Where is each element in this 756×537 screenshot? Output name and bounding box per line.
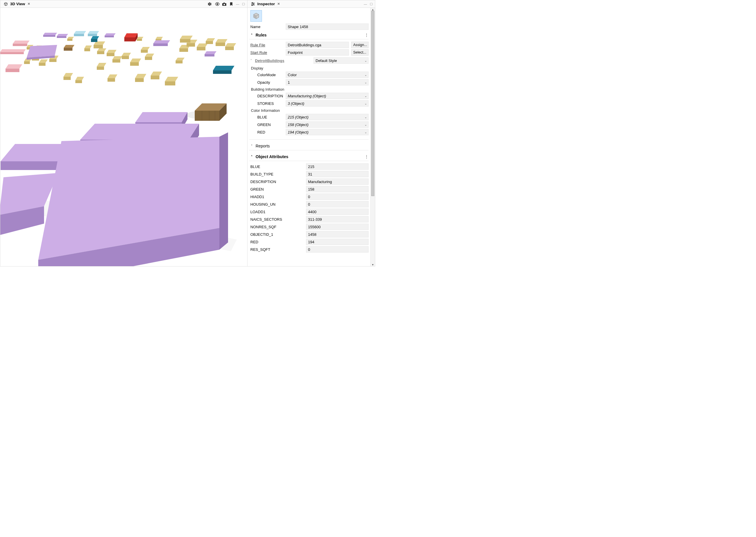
- svg-marker-90: [137, 39, 142, 41]
- svg-rect-2: [210, 3, 211, 5]
- obj-attr-value[interactable]: 311-339: [306, 216, 369, 223]
- close-icon[interactable]: ✕: [277, 2, 280, 6]
- red-dropdown[interactable]: 194 (Object)⌄: [286, 129, 369, 135]
- chevron-down-icon: ⌄: [364, 59, 367, 62]
- building-info-group-header: Building Information: [249, 86, 369, 92]
- obj-attr-value[interactable]: 0: [306, 201, 369, 207]
- obj-attr-value[interactable]: Manufacturing: [306, 179, 369, 185]
- rule-file-input[interactable]: DetroitBuildings.cga: [286, 42, 349, 48]
- eye-icon[interactable]: [215, 1, 220, 7]
- svg-marker-31: [39, 60, 48, 63]
- maximize-icon[interactable]: ▢: [369, 2, 373, 6]
- green-dropdown[interactable]: 158 (Object)⌄: [286, 121, 369, 128]
- svg-marker-59: [122, 53, 131, 56]
- scroll-down-arrow[interactable]: ▾: [371, 263, 375, 266]
- svg-marker-120: [105, 33, 116, 36]
- start-rule-label[interactable]: Start Rule: [249, 50, 283, 55]
- svg-marker-64: [135, 78, 144, 82]
- assign-button[interactable]: Assign...: [351, 42, 369, 48]
- obj-attr-row: HIADD10: [249, 193, 369, 200]
- svg-marker-85: [225, 43, 236, 47]
- svg-marker-46: [84, 48, 90, 51]
- opacity-dropdown[interactable]: 1⌄: [286, 79, 369, 85]
- obj-attr-value[interactable]: 215: [306, 163, 369, 170]
- close-icon[interactable]: ✕: [27, 2, 30, 6]
- 3d-view-tab[interactable]: 3D View ✕: [2, 1, 31, 7]
- start-rule-input[interactable]: Footprint: [286, 49, 349, 56]
- select-button[interactable]: Select...: [351, 49, 369, 56]
- svg-marker-65: [145, 54, 154, 57]
- svg-marker-66: [145, 57, 152, 60]
- inspector-scrollbar[interactable]: ▴ ▾: [370, 8, 375, 266]
- svg-marker-122: [153, 40, 170, 43]
- panels-icon[interactable]: [208, 1, 213, 7]
- svg-marker-76: [179, 48, 188, 52]
- svg-marker-18: [80, 124, 199, 140]
- obj-attr-value[interactable]: 0: [306, 193, 369, 200]
- caret-up-icon[interactable]: ˄: [249, 59, 253, 62]
- sliders-icon: [250, 1, 256, 7]
- minimize-icon[interactable]: —: [235, 2, 240, 6]
- obj-attr-value[interactable]: 194: [306, 239, 369, 245]
- obj-attr-row: NONRES_SQF155600: [249, 223, 369, 230]
- caret-up-icon: ˄: [250, 33, 254, 37]
- svg-marker-72: [165, 81, 175, 85]
- description-dropdown[interactable]: Manufacturing (Object)⌄: [286, 93, 369, 99]
- obj-attr-value[interactable]: 4400: [306, 209, 369, 215]
- svg-marker-96: [0, 52, 24, 54]
- svg-marker-98: [6, 69, 20, 72]
- 3d-viewport[interactable]: [0, 8, 247, 266]
- menu-dots-icon[interactable]: ⋮: [364, 33, 368, 37]
- stories-label: STORIES: [249, 102, 283, 106]
- obj-attr-key: RED: [249, 240, 304, 244]
- svg-marker-91: [67, 37, 74, 39]
- obj-attr-row: GREEN158: [249, 186, 369, 193]
- blue-label: BLUE: [249, 115, 283, 119]
- obj-attr-row: RED194: [249, 238, 369, 246]
- maximize-icon[interactable]: ▢: [241, 2, 245, 6]
- obj-attr-value[interactable]: 158: [306, 186, 369, 192]
- svg-point-3: [217, 3, 218, 4]
- blue-dropdown[interactable]: 215 (Object)⌄: [286, 114, 369, 120]
- svg-marker-104: [124, 37, 135, 41]
- reports-section-header[interactable]: ˅ Reports: [249, 141, 369, 149]
- colormode-dropdown[interactable]: Color⌄: [286, 71, 369, 78]
- bookmark-icon[interactable]: [229, 1, 234, 7]
- obj-attr-key: HIADD1: [249, 195, 304, 199]
- obj-attr-key: NAICS_SECTORS: [249, 217, 304, 222]
- svg-marker-107: [64, 48, 72, 51]
- svg-marker-125: [205, 54, 214, 57]
- shape-type-icon[interactable]: [250, 10, 262, 22]
- svg-point-127: [252, 2, 253, 3]
- style-dropdown[interactable]: Default Style⌄: [314, 57, 369, 64]
- camera-icon[interactable]: [222, 1, 227, 7]
- stories-dropdown[interactable]: 3 (Object)⌄: [286, 100, 369, 106]
- obj-attr-value[interactable]: 31: [306, 171, 369, 177]
- name-input[interactable]: Shape 1458: [286, 23, 369, 30]
- obj-attr-key: GREEN: [249, 187, 304, 191]
- obj-attr-row: OBJECTID_11458: [249, 230, 369, 238]
- svg-marker-109: [74, 34, 84, 36]
- minimize-icon[interactable]: —: [363, 2, 367, 6]
- menu-dots-icon[interactable]: ⋮: [364, 154, 368, 159]
- inspector-tab[interactable]: Inspector ✕: [249, 1, 281, 7]
- svg-marker-114: [213, 66, 234, 70]
- chevron-down-icon: ⌄: [364, 73, 367, 76]
- rules-section-header[interactable]: ˄ Rules ⋮: [249, 30, 369, 39]
- obj-attr-value[interactable]: 1458: [306, 231, 369, 237]
- chevron-down-icon: ⌄: [364, 116, 367, 119]
- svg-marker-108: [74, 31, 86, 34]
- obj-attr-section-header[interactable]: ˄ Object Attributes ⋮: [249, 152, 369, 160]
- obj-attr-value[interactable]: 155600: [306, 224, 369, 230]
- inspector-scroll[interactable]: Name Shape 1458 ˄ Rules ⋮ Rule File Detr…: [247, 8, 370, 266]
- svg-marker-67: [141, 47, 150, 50]
- svg-marker-69: [151, 71, 162, 76]
- svg-marker-106: [64, 45, 74, 48]
- rule-file-label[interactable]: Rule File: [249, 43, 283, 47]
- svg-marker-68: [141, 50, 148, 53]
- obj-attr-value[interactable]: 0: [306, 246, 369, 253]
- svg-point-129: [253, 4, 254, 4]
- rule-group-link[interactable]: DetroitBuildings: [255, 59, 284, 63]
- scrollbar-thumb[interactable]: [371, 11, 374, 196]
- obj-attr-row: RES_SQFT0: [249, 246, 369, 253]
